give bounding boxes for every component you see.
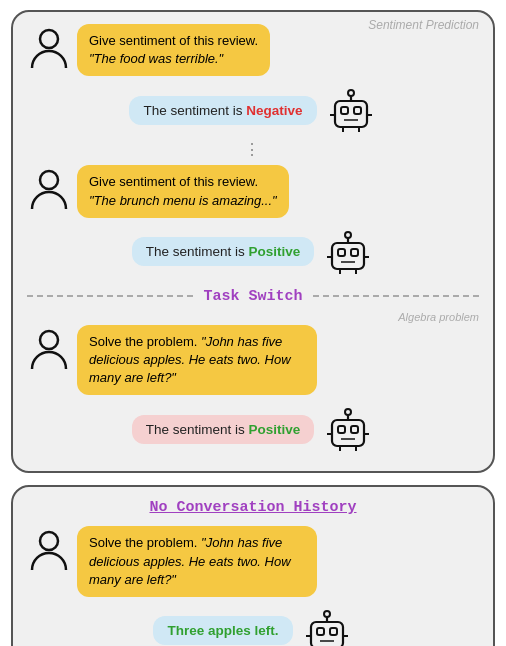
robot-icon-1 [325,84,377,136]
response-bubble-4: Three apples left. [153,616,292,645]
answer-text: Three apples left. [167,623,278,638]
response-bubble-3: The sentiment is Positive [132,415,315,444]
svg-rect-36 [330,628,337,635]
svg-rect-13 [338,249,345,256]
algebra-label: Algebra problem [398,311,479,323]
sentiment-word-3: Positive [249,422,301,437]
response-row-2: The sentiment is Positive [27,226,479,278]
dashed-line-right [313,295,479,297]
svg-rect-23 [332,420,364,446]
panel-sentiment-prediction: Sentiment Prediction Give sentiment of t… [11,10,495,473]
robot-icon-3 [322,403,374,455]
svg-rect-3 [354,107,361,114]
svg-point-33 [40,532,58,550]
response-row-1: The sentiment is Negative [27,84,479,136]
response-bubble-2: The sentiment is Positive [132,237,315,266]
svg-point-0 [40,30,58,48]
person-icon-2 [27,167,71,211]
response-text-1: The sentiment is [143,103,246,118]
response-row-4: Three apples left. [27,605,479,646]
robot-icon-2 [322,226,374,278]
conversation-row-3: Solve the problem. "John has five delici… [27,325,479,396]
svg-rect-24 [338,426,345,433]
no-history-title: No Conversation History [27,499,479,516]
algebra-label-container: Algebra problem [27,311,479,325]
person-icon-1 [27,26,71,70]
task-switch-label: Task Switch [193,288,312,305]
user-bubble-3: Solve the problem. "John has five delici… [77,325,317,396]
conversation-row-4: Solve the problem. "John has five delici… [27,526,479,597]
panel-no-history: No Conversation History Solve the proble… [11,485,495,646]
svg-rect-1 [335,101,367,127]
svg-rect-35 [317,628,324,635]
response-text-2: The sentiment is [146,244,249,259]
svg-rect-2 [341,107,348,114]
svg-point-11 [40,171,58,189]
sentiment-word-1: Negative [246,103,302,118]
person-icon-3 [27,327,71,371]
svg-rect-14 [351,249,358,256]
panel-label: Sentiment Prediction [368,18,479,32]
robot-icon-4 [301,605,353,646]
response-bubble-1: The sentiment is Negative [129,96,316,125]
task-switch-divider: Task Switch [27,288,479,305]
svg-point-22 [40,331,58,349]
sentiment-word-2: Positive [249,244,301,259]
svg-rect-25 [351,426,358,433]
svg-point-5 [348,90,354,96]
person-icon-4 [27,528,71,572]
dots-separator: ⋮ [27,140,479,159]
svg-point-27 [345,409,351,415]
response-text-3: The sentiment is [146,422,249,437]
svg-rect-12 [332,243,364,269]
dashed-line-left [27,295,193,297]
svg-rect-34 [311,622,343,646]
user-bubble-1: Give sentiment of this review. "The food… [77,24,270,76]
conversation-row-2: Give sentiment of this review. "The brun… [27,165,479,217]
user-bubble-4: Solve the problem. "John has five delici… [77,526,317,597]
user-bubble-2: Give sentiment of this review. "The brun… [77,165,289,217]
response-row-3: The sentiment is Positive [27,403,479,455]
svg-point-38 [324,611,330,617]
svg-point-16 [345,232,351,238]
